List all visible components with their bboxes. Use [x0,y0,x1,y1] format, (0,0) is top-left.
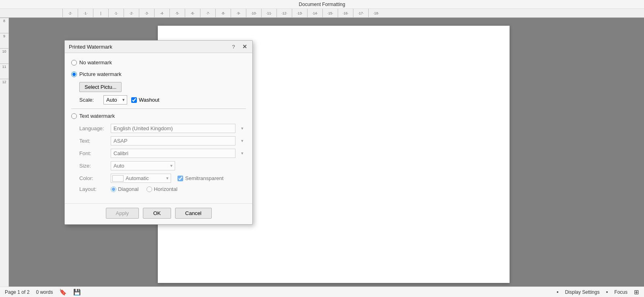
no-watermark-text: No watermark [79,59,112,66]
text-section: Language: English (United Kingdom) Text:… [71,124,246,192]
no-watermark-radio[interactable] [71,60,77,66]
washout-text: Washout [139,97,159,103]
text-label: Text: [79,138,107,144]
font-row: Font: Calibri [79,149,246,158]
font-select-wrapper: Calibri [111,149,246,158]
apply-button[interactable]: Apply [106,208,139,219]
dialog-title: Printed Watermark [69,44,112,50]
font-select[interactable]: Calibri [111,149,235,158]
color-label: Color: [79,175,107,181]
printed-watermark-dialog: Printed Watermark ? ✕ No watermark Pictu… [64,40,253,225]
scale-label: Scale: [79,97,99,103]
dialog-titlebar[interactable]: Printed Watermark ? ✕ [65,41,252,53]
no-watermark-label[interactable]: No watermark [71,59,246,66]
dialog-body: No watermark Picture watermark Select Pi… [65,53,252,201]
help-button[interactable]: ? [230,43,237,50]
ok-button[interactable]: OK [143,208,171,219]
scale-row: Scale: Auto Washout [79,95,246,104]
no-watermark-option: No watermark [71,59,246,66]
semitransparent-checkbox[interactable] [178,176,183,181]
scale-select[interactable]: Auto [103,95,127,104]
picture-watermark-text: Picture watermark [79,71,122,77]
size-label: Size: [79,163,107,169]
language-row: Language: English (United Kingdom) [79,124,246,133]
text-watermark-label[interactable]: Text watermark [71,112,246,120]
semitransparent-label[interactable]: Semitransparent [178,175,223,181]
horizontal-option[interactable]: Horizontal [147,186,178,192]
size-row: Size: Auto [79,161,246,170]
color-row: Color: Automatic Semitransparent [79,174,246,183]
text-watermark-text: Text watermark [79,113,115,119]
size-select[interactable]: Auto [111,161,175,170]
color-select-wrapper: Automatic [111,174,171,183]
language-select[interactable]: English (United Kingdom) [111,124,235,133]
diagonal-option[interactable]: Diagonal [111,186,138,192]
layout-label: Layout: [79,186,107,192]
semitransparent-text: Semitransparent [185,175,223,181]
language-select-wrapper: English (United Kingdom) [111,124,246,133]
size-select-wrapper: Auto [111,161,175,170]
language-label: Language: [79,125,107,131]
layout-row: Layout: Diagonal Horizontal [79,186,246,192]
cancel-button[interactable]: Cancel [175,208,211,219]
diagonal-radio[interactable] [111,186,116,192]
color-select[interactable]: Automatic [111,174,171,183]
text-watermark-radio[interactable] [71,113,77,119]
text-select-wrapper: ASAP [111,136,246,145]
text-row: Text: ASAP [79,136,246,145]
text-watermark-option: Text watermark [71,112,246,120]
dialog-title-controls: ? ✕ [230,43,248,50]
select-picture-button[interactable]: Select Pictu... [79,82,122,92]
picture-watermark-option: Picture watermark [71,70,246,78]
text-select[interactable]: ASAP [111,136,235,145]
dialog-overlay: Printed Watermark ? ✕ No watermark Pictu… [0,0,644,297]
washout-checkbox-label[interactable]: Washout [131,97,159,103]
diagonal-text: Diagonal [118,186,138,192]
horizontal-radio[interactable] [147,186,152,192]
section-divider [71,109,246,109]
picture-watermark-label[interactable]: Picture watermark [71,70,246,78]
picture-section: Select Pictu... Scale: Auto Washout [71,82,246,104]
close-button[interactable]: ✕ [241,43,248,50]
scale-select-wrapper: Auto [103,95,127,104]
picture-watermark-radio[interactable] [71,72,77,77]
washout-checkbox[interactable] [131,97,137,103]
dialog-buttons: Apply OK Cancel [65,203,252,224]
font-label: Font: [79,150,107,156]
horizontal-text: Horizontal [154,186,178,192]
